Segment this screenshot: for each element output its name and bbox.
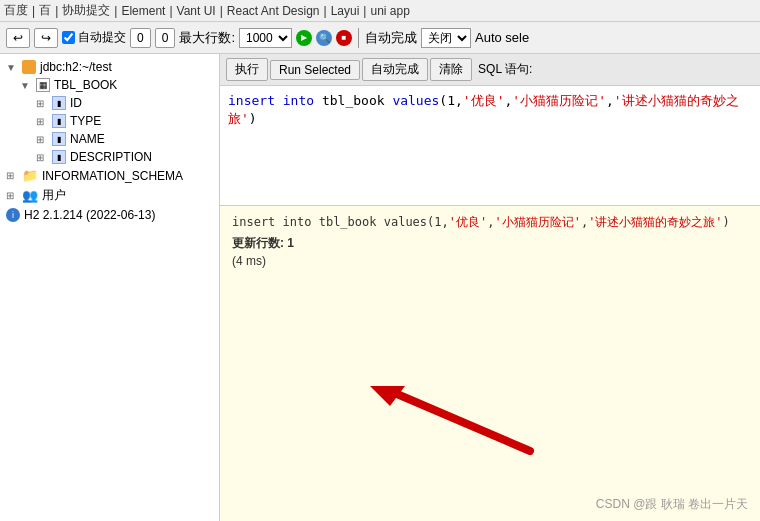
- nav-sep4: |: [169, 4, 172, 18]
- clear-button[interactable]: 清除: [430, 58, 472, 81]
- col-id-label: ID: [70, 96, 82, 110]
- tree-panel: ▼ jdbc:h2:~/test ▼ ▦ TBL_BOOK ⊞ ▮ ID ⊞ ▮…: [0, 54, 220, 521]
- autocommit-label: 自动提交: [78, 29, 126, 46]
- nav-sep7: |: [363, 4, 366, 18]
- tree-users[interactable]: ⊞ 👥 用户: [0, 185, 219, 206]
- results-area: insert into tbl_book values(1,'优良','小猫猫历…: [220, 206, 760, 521]
- folder-schema-icon: 📁: [22, 168, 38, 183]
- redo-button[interactable]: ↪: [34, 28, 58, 48]
- users-label: 用户: [42, 187, 66, 204]
- autocomplete-button[interactable]: 自动完成: [362, 58, 428, 81]
- tree-col-id[interactable]: ⊞ ▮ ID: [0, 94, 219, 112]
- sql-toolbar: 执行 Run Selected 自动完成 清除 SQL 语句:: [220, 54, 760, 86]
- connection-label: jdbc:h2:~/test: [40, 60, 112, 74]
- run-selected-button[interactable]: Run Selected: [270, 60, 360, 80]
- info-icon: i: [6, 208, 20, 222]
- nav-sep5: |: [220, 4, 223, 18]
- nav-sep1: |: [32, 4, 35, 18]
- col-desc-label: DESCRIPTION: [70, 150, 152, 164]
- nav-bai: 百: [39, 2, 51, 19]
- nav-element: Element: [121, 4, 165, 18]
- version-label: H2 2.1.214 (2022-06-13): [24, 208, 155, 222]
- autocomplete-label: 自动完成: [365, 29, 417, 47]
- right-panel: 执行 Run Selected 自动完成 清除 SQL 语句: insert i…: [220, 54, 760, 521]
- col-type-icon: ▮: [52, 114, 66, 128]
- autocommit-checkbox[interactable]: [62, 31, 75, 44]
- main-toolbar: ↩ ↪ 自动提交 0 0 最大行数: 1000 500 2000 🔍 自动完成 …: [0, 22, 760, 54]
- autoselect-label: Auto sele: [475, 30, 529, 45]
- svg-line-0: [390, 391, 530, 451]
- nav-react: React Ant Design: [227, 4, 320, 18]
- btn2[interactable]: 0: [155, 28, 176, 48]
- nav-vant: Vant UI: [177, 4, 216, 18]
- result-val1: '优良': [449, 215, 487, 229]
- tbl-book-label: TBL_BOOK: [54, 78, 117, 92]
- tree-version: i H2 2.1.214 (2022-06-13): [0, 206, 219, 224]
- tree-col-type[interactable]: ⊞ ▮ TYPE: [0, 112, 219, 130]
- result-sql-text: insert into tbl_book values(1,: [232, 215, 449, 229]
- sql-table: tbl_book: [322, 93, 392, 108]
- tree-col-name[interactable]: ⊞ ▮ NAME: [0, 130, 219, 148]
- run-icon[interactable]: [296, 30, 312, 46]
- sql-keyword-values: values: [392, 93, 439, 108]
- result-val3: '讲述小猫猫的奇妙之旅': [588, 215, 722, 229]
- schema-label: INFORMATION_SCHEMA: [42, 169, 183, 183]
- watermark: CSDN @跟 耿瑞 卷出一片天: [596, 496, 748, 513]
- tree-tbl-book[interactable]: ▼ ▦ TBL_BOOK: [0, 76, 219, 94]
- sql-paren-close: ): [249, 111, 257, 126]
- table-icon: ▦: [36, 78, 50, 92]
- users-icon: 👥: [22, 188, 38, 203]
- tree-connection[interactable]: ▼ jdbc:h2:~/test: [0, 58, 219, 76]
- expand-users-icon: ⊞: [6, 190, 18, 201]
- top-nav: 百度 | 百 | 协助提交 | Element | Vant UI | Reac…: [0, 0, 760, 22]
- expand-schema-icon: ⊞: [6, 170, 18, 181]
- nav-baidu: 百度: [4, 2, 28, 19]
- col-name-icon: ▮: [52, 132, 66, 146]
- expand-connection-icon: ▼: [6, 62, 18, 73]
- expand-tbl-icon: ▼: [20, 80, 32, 91]
- sql-val1: '优良': [463, 93, 505, 108]
- btn1[interactable]: 0: [130, 28, 151, 48]
- result-val2: '小猫猫历险记': [494, 215, 580, 229]
- nav-sep6: |: [324, 4, 327, 18]
- col-name-label: NAME: [70, 132, 105, 146]
- result-sql-echo: insert into tbl_book values(1,'优良','小猫猫历…: [232, 214, 748, 231]
- tree-info-schema[interactable]: ⊞ 📁 INFORMATION_SCHEMA: [0, 166, 219, 185]
- stop-icon[interactable]: [336, 30, 352, 46]
- sql-label: SQL 语句:: [478, 61, 532, 78]
- sql-editor[interactable]: insert into tbl_book values(1,'优良','小猫猫历…: [220, 86, 760, 206]
- execute-button[interactable]: 执行: [226, 58, 268, 81]
- result-time-label: (4 ms): [232, 254, 748, 268]
- result-rows-label: 更新行数: 1: [232, 235, 748, 252]
- col-id-icon: ▮: [52, 96, 66, 110]
- expand-id-icon: ⊞: [36, 98, 48, 109]
- nav-layui: Layui: [331, 4, 360, 18]
- sep1: [358, 28, 359, 48]
- sql-keyword-insert: insert into: [228, 93, 322, 108]
- expand-name-icon: ⊞: [36, 134, 48, 145]
- close-select[interactable]: 关闭 开启: [421, 28, 471, 48]
- sql-comma2: ,: [606, 93, 614, 108]
- col-type-label: TYPE: [70, 114, 101, 128]
- tree-col-desc[interactable]: ⊞ ▮ DESCRIPTION: [0, 148, 219, 166]
- main-layout: ▼ jdbc:h2:~/test ▼ ▦ TBL_BOOK ⊞ ▮ ID ⊞ ▮…: [0, 54, 760, 521]
- expand-type-icon: ⊞: [36, 116, 48, 127]
- autocommit-checkbox-container: 自动提交: [62, 29, 126, 46]
- db-icon: [22, 60, 36, 74]
- expand-desc-icon: ⊞: [36, 152, 48, 163]
- col-desc-icon: ▮: [52, 150, 66, 164]
- sql-paren-open: (1,: [439, 93, 462, 108]
- red-arrow-decoration: [360, 381, 540, 461]
- nav-sep2: |: [55, 4, 58, 18]
- max-rows-select[interactable]: 1000 500 2000: [239, 28, 292, 48]
- max-rows-label: 最大行数:: [179, 29, 235, 47]
- nav-sep3: |: [114, 4, 117, 18]
- nav-assist: 协助提交: [62, 2, 110, 19]
- undo-button[interactable]: ↩: [6, 28, 30, 48]
- nav-uni: uni app: [370, 4, 409, 18]
- search-icon[interactable]: 🔍: [316, 30, 332, 46]
- sql-val2: '小猫猫历险记': [512, 93, 606, 108]
